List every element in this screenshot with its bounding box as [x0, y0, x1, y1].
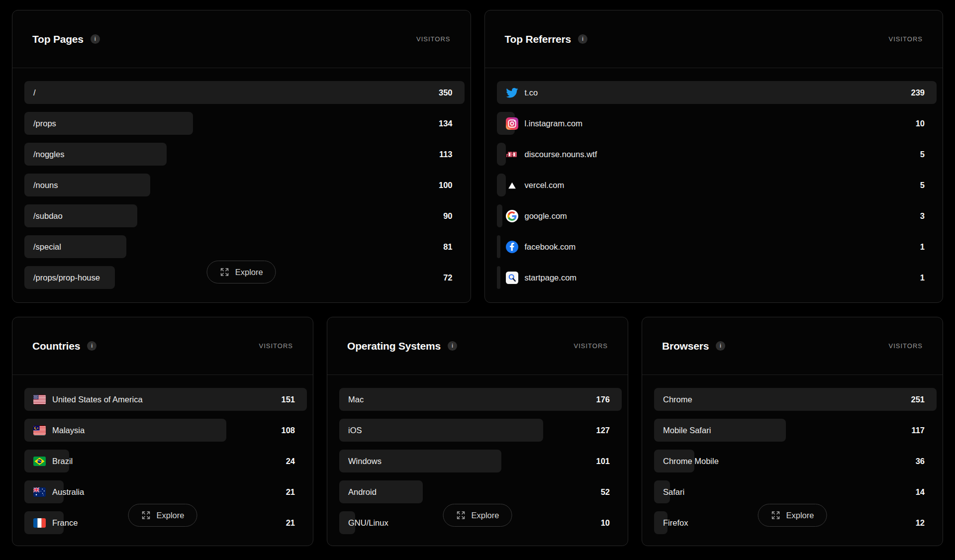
flag-au-icon	[33, 486, 46, 498]
row-value: 113	[439, 150, 453, 159]
list-item[interactable]: /props134	[24, 112, 465, 135]
row-value: 3	[920, 211, 925, 221]
info-glyph: i	[91, 343, 93, 349]
row-value: 36	[916, 457, 925, 466]
list-item[interactable]: iOS127	[339, 419, 622, 442]
list-item[interactable]: google.com3	[497, 204, 937, 227]
list-item[interactable]: t.co239	[497, 81, 937, 104]
panel-title: Browsers	[662, 340, 709, 352]
row-label: France	[52, 518, 78, 528]
info-glyph: i	[720, 343, 721, 349]
list-item[interactable]: United States of America151	[24, 388, 307, 411]
flag-br-icon	[33, 455, 46, 467]
list-item[interactable]: Android52	[339, 480, 622, 503]
row-label: l.instagram.com	[525, 119, 582, 128]
row-label: facebook.com	[525, 242, 576, 252]
panel-top-referrers: Top Referrers i VISITORS t.co239l.instag…	[484, 10, 944, 303]
row-label: /noggles	[33, 150, 64, 159]
info-icon[interactable]: i	[578, 34, 587, 44]
row-label: Chrome Mobile	[663, 457, 719, 466]
row-content: /nouns	[24, 174, 465, 196]
row-label: Chrome	[663, 395, 692, 404]
info-icon[interactable]: i	[91, 34, 100, 44]
row-content: startpage.com	[497, 266, 937, 289]
row-label: t.co	[525, 88, 538, 97]
bottom-panel-row: Countries i VISITORS United States of Am…	[12, 317, 943, 546]
row-content: t.co	[497, 81, 937, 104]
row-value: 1	[920, 273, 925, 282]
row-label: iOS	[348, 426, 362, 435]
row-value: 176	[596, 395, 610, 404]
panel-countries: Countries i VISITORS United States of Am…	[12, 317, 313, 546]
list-item[interactable]: l.instagram.com10	[497, 112, 937, 135]
row-content: Mac	[339, 388, 622, 411]
row-value: 10	[916, 119, 925, 128]
info-icon[interactable]: i	[448, 341, 457, 351]
row-label: /props/prop-house	[33, 273, 100, 282]
row-value: 251	[911, 395, 925, 404]
list-item[interactable]: /350	[24, 81, 465, 104]
row-value: 108	[281, 426, 295, 435]
row-label: United States of America	[52, 395, 143, 404]
row-content: facebook.com	[497, 235, 937, 258]
explore-button[interactable]: Explore	[758, 504, 827, 527]
list-item[interactable]: Windows101	[339, 450, 622, 472]
panel-title: Countries	[32, 340, 80, 352]
visitors-column-label: VISITORS	[416, 35, 450, 43]
explore-label: Explore	[235, 268, 263, 277]
flag-fr-icon	[33, 517, 46, 529]
row-label: Australia	[52, 487, 84, 497]
list-item[interactable]: facebook.com1	[497, 235, 937, 258]
explore-button[interactable]: Explore	[128, 504, 197, 527]
list-item[interactable]: Malaysia108	[24, 419, 307, 442]
explore-button[interactable]: Explore	[443, 504, 512, 527]
list-item[interactable]: Chrome251	[654, 388, 937, 411]
panel-header: Countries i VISITORS	[12, 317, 313, 375]
list-item[interactable]: /special81	[24, 235, 465, 258]
list-item[interactable]: Mac176	[339, 388, 622, 411]
info-glyph: i	[95, 36, 96, 42]
info-glyph: i	[582, 36, 583, 42]
row-value: 101	[596, 457, 610, 466]
row-value: 127	[596, 426, 610, 435]
row-value: 100	[439, 181, 453, 190]
row-label: Android	[348, 487, 377, 497]
row-value: 151	[281, 395, 295, 404]
analytics-dashboard: Top Pages i VISITORS /350/props134/noggl…	[0, 0, 955, 560]
row-label: /nouns	[33, 181, 58, 190]
row-label: vercel.com	[525, 181, 565, 190]
row-content: Malaysia	[24, 419, 307, 442]
startpage-icon	[506, 272, 518, 284]
instagram-icon	[506, 117, 518, 130]
list-item[interactable]: /noggles113	[24, 143, 465, 166]
expand-icon	[141, 510, 151, 520]
list-item[interactable]: discourse.nouns.wtf5	[497, 143, 937, 166]
list-item[interactable]: /nouns100	[24, 174, 465, 196]
list-item[interactable]: startpage.com1	[497, 266, 937, 289]
panel-header: Top Referrers i VISITORS	[485, 10, 943, 68]
row-content: Safari	[654, 480, 937, 503]
row-label: /subdao	[33, 211, 63, 221]
info-icon[interactable]: i	[716, 341, 725, 351]
list-item[interactable]: /subdao90	[24, 204, 465, 227]
row-value: 134	[439, 119, 453, 128]
expand-icon	[220, 267, 230, 277]
row-content: /	[24, 81, 465, 104]
visitors-column-label: VISITORS	[574, 342, 608, 350]
row-value: 239	[911, 88, 925, 97]
list-item[interactable]: Brazil24	[24, 450, 307, 472]
list-item[interactable]: Safari14	[654, 480, 937, 503]
list-item[interactable]: Chrome Mobile36	[654, 450, 937, 472]
row-label: startpage.com	[525, 273, 577, 282]
panel-top-pages: Top Pages i VISITORS /350/props134/noggl…	[12, 10, 471, 303]
row-value: 14	[916, 487, 925, 497]
row-value: 21	[286, 518, 295, 528]
list-item[interactable]: Mobile Safari117	[654, 419, 937, 442]
info-icon[interactable]: i	[87, 341, 96, 351]
list-item[interactable]: vercel.com5	[497, 174, 937, 196]
panel-title-group: Top Referrers i	[505, 33, 588, 45]
list-item[interactable]: Australia21	[24, 480, 307, 503]
explore-button[interactable]: Explore	[207, 261, 276, 283]
row-label: /special	[33, 242, 61, 252]
row-content: discourse.nouns.wtf	[497, 143, 937, 166]
